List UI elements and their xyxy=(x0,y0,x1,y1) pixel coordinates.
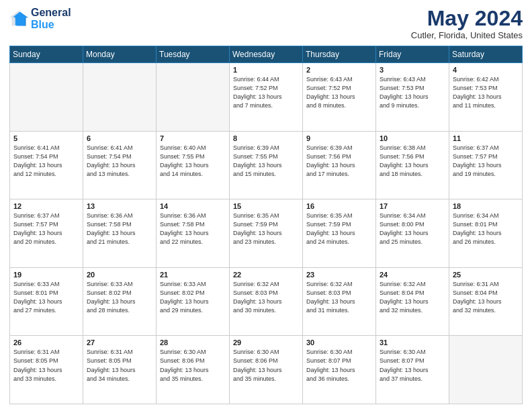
day-number: 1 xyxy=(233,66,299,74)
day-number: 28 xyxy=(160,338,226,347)
day-number: 31 xyxy=(380,338,445,347)
day-info: Sunrise: 6:30 AM Sunset: 8:07 PM Dayligh… xyxy=(380,348,445,383)
day-info: Sunrise: 6:43 AM Sunset: 7:52 PM Dayligh… xyxy=(306,75,372,110)
calendar-cell: 24Sunrise: 6:32 AM Sunset: 8:04 PM Dayli… xyxy=(376,267,449,336)
calendar-cell: 26Sunrise: 6:31 AM Sunset: 8:05 PM Dayli… xyxy=(10,336,83,404)
day-number: 8 xyxy=(233,134,299,142)
day-info: Sunrise: 6:35 AM Sunset: 7:59 PM Dayligh… xyxy=(233,212,299,246)
day-number: 29 xyxy=(233,338,299,347)
calendar-cell: 4Sunrise: 6:42 AM Sunset: 7:53 PM Daylig… xyxy=(449,63,523,132)
day-number: 24 xyxy=(380,271,445,279)
calendar-cell: 25Sunrise: 6:31 AM Sunset: 8:04 PM Dayli… xyxy=(449,267,523,336)
day-info: Sunrise: 6:33 AM Sunset: 8:02 PM Dayligh… xyxy=(87,280,152,315)
day-info: Sunrise: 6:32 AM Sunset: 8:03 PM Dayligh… xyxy=(306,280,372,315)
calendar-cell: 2Sunrise: 6:43 AM Sunset: 7:52 PM Daylig… xyxy=(303,63,376,132)
calendar-cell: 1Sunrise: 6:44 AM Sunset: 7:52 PM Daylig… xyxy=(230,63,303,132)
header-tuesday: Tuesday xyxy=(157,46,230,63)
day-number: 22 xyxy=(233,271,299,279)
day-number: 23 xyxy=(306,271,372,279)
calendar-cell: 14Sunrise: 6:36 AM Sunset: 7:58 PM Dayli… xyxy=(157,199,230,268)
logo-icon xyxy=(9,9,28,28)
day-info: Sunrise: 6:40 AM Sunset: 7:55 PM Dayligh… xyxy=(160,144,226,179)
day-info: Sunrise: 6:36 AM Sunset: 7:58 PM Dayligh… xyxy=(87,212,152,246)
calendar-cell xyxy=(83,63,157,132)
calendar-cell: 22Sunrise: 6:32 AM Sunset: 8:03 PM Dayli… xyxy=(230,267,303,336)
day-number: 17 xyxy=(380,202,445,210)
day-number: 16 xyxy=(306,202,372,210)
day-number: 19 xyxy=(13,271,79,279)
day-info: Sunrise: 6:36 AM Sunset: 7:58 PM Dayligh… xyxy=(160,212,226,246)
calendar-cell xyxy=(449,336,523,404)
header-saturday: Saturday xyxy=(449,46,523,63)
day-info: Sunrise: 6:35 AM Sunset: 7:59 PM Dayligh… xyxy=(306,212,372,246)
day-info: Sunrise: 6:30 AM Sunset: 8:07 PM Dayligh… xyxy=(306,348,372,383)
day-info: Sunrise: 6:33 AM Sunset: 8:01 PM Dayligh… xyxy=(13,280,79,315)
calendar-cell: 31Sunrise: 6:30 AM Sunset: 8:07 PM Dayli… xyxy=(376,336,449,404)
day-info: Sunrise: 6:30 AM Sunset: 8:06 PM Dayligh… xyxy=(233,348,299,383)
calendar-week-row-0: 1Sunrise: 6:44 AM Sunset: 7:52 PM Daylig… xyxy=(10,63,523,132)
calendar-cell: 17Sunrise: 6:34 AM Sunset: 8:00 PM Dayli… xyxy=(376,199,449,268)
day-info: Sunrise: 6:34 AM Sunset: 8:00 PM Dayligh… xyxy=(380,212,445,246)
calendar-cell: 28Sunrise: 6:30 AM Sunset: 8:06 PM Dayli… xyxy=(157,336,230,404)
calendar-week-row-1: 5Sunrise: 6:41 AM Sunset: 7:54 PM Daylig… xyxy=(10,131,523,199)
calendar-cell: 21Sunrise: 6:33 AM Sunset: 8:02 PM Dayli… xyxy=(157,267,230,336)
page: General Blue May 2024 Cutler, Florida, U… xyxy=(0,0,532,411)
calendar-cell: 7Sunrise: 6:40 AM Sunset: 7:55 PM Daylig… xyxy=(157,131,230,199)
day-info: Sunrise: 6:32 AM Sunset: 8:03 PM Dayligh… xyxy=(233,280,299,315)
day-number: 27 xyxy=(87,338,152,347)
calendar-cell: 12Sunrise: 6:37 AM Sunset: 7:57 PM Dayli… xyxy=(10,199,83,268)
calendar-cell: 30Sunrise: 6:30 AM Sunset: 8:07 PM Dayli… xyxy=(303,336,376,404)
day-info: Sunrise: 6:34 AM Sunset: 8:01 PM Dayligh… xyxy=(453,212,519,246)
calendar-cell: 15Sunrise: 6:35 AM Sunset: 7:59 PM Dayli… xyxy=(230,199,303,268)
calendar-header-row: Sunday Monday Tuesday Wednesday Thursday… xyxy=(10,46,523,63)
day-number: 21 xyxy=(160,271,226,279)
calendar-cell xyxy=(10,63,83,132)
day-info: Sunrise: 6:42 AM Sunset: 7:53 PM Dayligh… xyxy=(453,75,519,110)
calendar-week-row-4: 26Sunrise: 6:31 AM Sunset: 8:05 PM Dayli… xyxy=(10,336,523,404)
calendar-cell xyxy=(157,63,230,132)
day-number: 5 xyxy=(13,134,79,142)
day-number: 30 xyxy=(306,338,372,347)
day-number: 14 xyxy=(160,202,226,210)
day-number: 15 xyxy=(233,202,299,210)
calendar-cell: 16Sunrise: 6:35 AM Sunset: 7:59 PM Dayli… xyxy=(303,199,376,268)
day-info: Sunrise: 6:30 AM Sunset: 8:06 PM Dayligh… xyxy=(160,348,226,383)
header-friday: Friday xyxy=(376,46,449,63)
day-number: 20 xyxy=(87,271,152,279)
day-number: 12 xyxy=(13,202,79,210)
day-info: Sunrise: 6:31 AM Sunset: 8:04 PM Dayligh… xyxy=(453,280,519,315)
day-info: Sunrise: 6:37 AM Sunset: 7:57 PM Dayligh… xyxy=(13,212,79,246)
calendar-cell: 19Sunrise: 6:33 AM Sunset: 8:01 PM Dayli… xyxy=(10,267,83,336)
title-block: May 2024 Cutler, Florida, United States xyxy=(411,7,523,40)
day-number: 2 xyxy=(306,66,372,74)
day-info: Sunrise: 6:39 AM Sunset: 7:56 PM Dayligh… xyxy=(306,144,372,179)
day-number: 6 xyxy=(87,134,152,142)
calendar-cell: 13Sunrise: 6:36 AM Sunset: 7:58 PM Dayli… xyxy=(83,199,157,268)
day-number: 13 xyxy=(87,202,152,210)
day-number: 11 xyxy=(453,134,519,142)
calendar-cell: 18Sunrise: 6:34 AM Sunset: 8:01 PM Dayli… xyxy=(449,199,523,268)
day-info: Sunrise: 6:44 AM Sunset: 7:52 PM Dayligh… xyxy=(233,75,299,110)
calendar-cell: 11Sunrise: 6:37 AM Sunset: 7:57 PM Dayli… xyxy=(449,131,523,199)
month-year: May 2024 xyxy=(411,7,523,30)
day-number: 3 xyxy=(380,66,445,74)
calendar-cell: 5Sunrise: 6:41 AM Sunset: 7:54 PM Daylig… xyxy=(10,131,83,199)
day-info: Sunrise: 6:33 AM Sunset: 8:02 PM Dayligh… xyxy=(160,280,226,315)
calendar-cell: 27Sunrise: 6:31 AM Sunset: 8:05 PM Dayli… xyxy=(83,336,157,404)
calendar-cell: 23Sunrise: 6:32 AM Sunset: 8:03 PM Dayli… xyxy=(303,267,376,336)
header-sunday: Sunday xyxy=(10,46,83,63)
calendar-cell: 6Sunrise: 6:41 AM Sunset: 7:54 PM Daylig… xyxy=(83,131,157,199)
day-number: 25 xyxy=(453,271,519,279)
calendar-week-row-3: 19Sunrise: 6:33 AM Sunset: 8:01 PM Dayli… xyxy=(10,267,523,336)
calendar-week-row-2: 12Sunrise: 6:37 AM Sunset: 7:57 PM Dayli… xyxy=(10,199,523,268)
day-info: Sunrise: 6:31 AM Sunset: 8:05 PM Dayligh… xyxy=(13,348,79,383)
day-number: 4 xyxy=(453,66,519,74)
day-number: 10 xyxy=(380,134,445,142)
day-info: Sunrise: 6:31 AM Sunset: 8:05 PM Dayligh… xyxy=(87,348,152,383)
day-info: Sunrise: 6:41 AM Sunset: 7:54 PM Dayligh… xyxy=(87,144,152,179)
calendar-cell: 9Sunrise: 6:39 AM Sunset: 7:56 PM Daylig… xyxy=(303,131,376,199)
calendar-cell: 20Sunrise: 6:33 AM Sunset: 8:02 PM Dayli… xyxy=(83,267,157,336)
day-info: Sunrise: 6:32 AM Sunset: 8:04 PM Dayligh… xyxy=(380,280,445,315)
location: Cutler, Florida, United States xyxy=(411,30,523,40)
calendar-table: Sunday Monday Tuesday Wednesday Thursday… xyxy=(9,46,523,404)
